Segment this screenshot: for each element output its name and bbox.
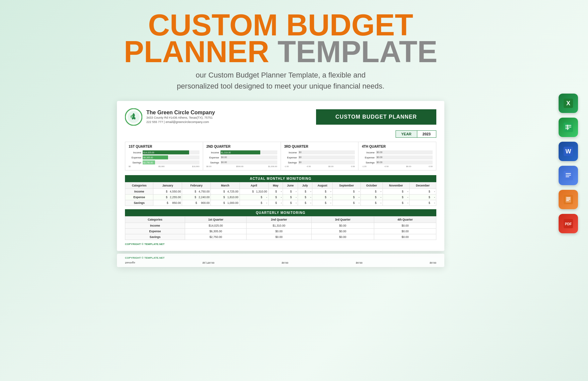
expense-nov: $ - xyxy=(383,195,410,200)
company-address: 3433 County Rd #1436 Athens, Texas(TX), … xyxy=(146,116,215,120)
q2-savings-label: Savings xyxy=(206,161,219,164)
pages-icon[interactable] xyxy=(559,190,578,209)
col-may: May xyxy=(268,182,283,189)
q2-savings-bar-container: $0.00 xyxy=(220,160,277,164)
table-row: Expense $6,305.00 $0.00 $0.00 $0.00 xyxy=(125,229,436,234)
q3-expense-row: Expense $0 xyxy=(284,155,355,159)
year-box: YEAR 2023 xyxy=(396,130,436,138)
q1-income-row: Income $14,025.00 xyxy=(129,150,199,154)
q3-savings-row: Savings $0 xyxy=(284,160,355,164)
col-january: January xyxy=(153,182,182,189)
table-row: Savings $ 850.00 $ 900.00 $ 1,000.00 $ -… xyxy=(125,200,436,206)
q2-income-bar: $1,319.00 xyxy=(220,150,260,154)
savings-jan: $ 850.00 xyxy=(153,200,182,206)
q2-expense-label: Expense xyxy=(206,156,219,159)
qcol-q4: 4th Quarter xyxy=(374,217,436,223)
pdf-icon[interactable]: PDF xyxy=(559,214,578,233)
document-card-2: COPYRIGHT © TEMPLATE.NET Savings $2,750.… xyxy=(117,254,444,267)
company-name: The Green Circle Company xyxy=(146,110,215,116)
qcol-q3: 3rd Quarter xyxy=(311,217,374,223)
savings-nov: $ - xyxy=(383,200,410,206)
savings-apr: $ - xyxy=(240,200,268,206)
expense-feb: $ 2,240.00 xyxy=(182,195,211,200)
q4-income-bar-container: $0.00 xyxy=(376,150,433,154)
q4-expense-label: Expense xyxy=(362,156,375,159)
monthly-header-row: Categories January February March April … xyxy=(125,182,436,189)
q1-savings-value: $2,750.00 xyxy=(143,161,153,164)
q3-expense-bar-container: $0 xyxy=(298,155,355,159)
q-savings-q2: $0.00 xyxy=(247,234,311,240)
word-icon[interactable]: W xyxy=(559,142,578,161)
q-income-label: Income xyxy=(125,223,185,229)
col-august: August xyxy=(312,182,332,189)
col-september: September xyxy=(332,182,360,189)
sheets-icon[interactable] xyxy=(559,118,578,137)
title-part3: TEMPLATE xyxy=(278,35,437,69)
q4-title: 4TH QUARTER xyxy=(362,145,433,148)
q-savings-q1: $2,750.00 xyxy=(185,234,247,240)
income-oct: $ - xyxy=(361,189,383,195)
q1-expense-row: Expense $6,305.00 xyxy=(129,155,199,159)
company-header: The Green Circle Company 3433 County Rd … xyxy=(125,108,436,126)
q1-expense-value: $6,305.00 xyxy=(143,156,153,159)
svg-rect-5 xyxy=(565,125,571,126)
quarterly-table: Categories 1st Quarter 2nd Quarter 3rd Q… xyxy=(125,216,436,240)
quarter-3-chart: 3RD QUARTER Income $0 Expense $0 Savings xyxy=(281,142,359,170)
q3-income-bar-container: $0 xyxy=(298,150,355,154)
title-block: CUSTOM BUDGET PLANNER TEMPLATE our Custo… xyxy=(124,10,437,92)
doc2-savings-q2: $0.00 xyxy=(282,261,288,264)
income-nov: $ - xyxy=(383,189,410,195)
svg-text:X: X xyxy=(566,100,570,107)
doc2-row: Savings $2,750.00 $0.00 $0.00 $0.00 xyxy=(125,261,436,264)
q2-income-bar-container: $1,319.00 xyxy=(220,150,277,154)
q3-savings-label: Savings xyxy=(284,161,297,164)
quarter-2-chart: 2ND QUARTER Income $1,319.00 Expense xyxy=(203,142,281,170)
title-line2: PLANNER TEMPLATE xyxy=(124,37,437,67)
q4-expense-bar-container: $0.00 xyxy=(376,155,433,159)
main-container: CUSTOM BUDGET PLANNER TEMPLATE our Custo… xyxy=(0,0,561,381)
expense-mar: $ 1,810.00 xyxy=(211,195,240,200)
title-part2: PLANNER xyxy=(124,35,269,69)
q-savings-q4: $0.00 xyxy=(374,234,436,240)
copyright: COPYRIGHT © TEMPLATE.NET xyxy=(125,243,436,246)
q3-savings-bar-container: $0 xyxy=(298,160,355,164)
q1-savings-bar: $2,750.00 xyxy=(143,160,155,164)
expense-may: $ - xyxy=(268,195,283,200)
svg-rect-6 xyxy=(565,127,571,127)
q2-expense-row: Expense $0.00 xyxy=(206,155,277,159)
expense-oct: $ - xyxy=(361,195,383,200)
qcol-q1: 1st Quarter xyxy=(185,217,247,223)
col-march: March xyxy=(211,182,240,189)
income-jan: $ 4,550.00 xyxy=(153,189,182,195)
qcol-categories: Categories xyxy=(125,217,185,223)
table-row: Income $ 4,550.00 $ 4,750.00 $ 4,725.00 … xyxy=(125,189,436,195)
svg-rect-18 xyxy=(566,199,570,200)
income-label: Income xyxy=(125,189,153,195)
income-dec: $ - xyxy=(410,189,436,195)
income-aug: $ - xyxy=(312,189,332,195)
q4-expense-row: Expense $0.00 xyxy=(362,155,433,159)
savings-label: Savings xyxy=(125,200,153,206)
q1-expense-bar-container: $6,305.00 xyxy=(143,155,199,159)
col-categories: Categories xyxy=(125,182,153,189)
income-feb: $ 4,750.00 xyxy=(182,189,211,195)
q1-axis: $0 $5,000 $10,000 xyxy=(129,165,199,167)
subtitle: our Custom Budget Planner Template, a fl… xyxy=(124,70,437,92)
q2-income-row: Income $1,319.00 xyxy=(206,150,277,154)
year-row: YEAR 2023 xyxy=(125,130,436,138)
q2-expense-bar-container: $0.00 xyxy=(220,155,277,159)
docs-icon[interactable] xyxy=(559,166,578,185)
q1-income-bar-container: $14,025.00 xyxy=(143,150,199,154)
income-jun: $ - xyxy=(283,189,298,195)
savings-dec: $ - xyxy=(410,200,436,206)
monthly-section-header: ACTUAL MONTHLY MONITORING xyxy=(125,175,436,182)
q1-income-bar: $14,025.00 xyxy=(143,150,189,154)
svg-rect-8 xyxy=(567,125,568,130)
excel-icon[interactable]: X xyxy=(559,94,578,113)
q2-axis: $0.00 $500.00 $1,000.00 xyxy=(206,165,277,167)
q3-axis: -1.00 -0.50 $0.00 0.50 xyxy=(284,165,355,167)
q-expense-q3: $0.00 xyxy=(311,229,374,234)
q-savings-label: Savings xyxy=(125,234,185,240)
svg-rect-19 xyxy=(566,200,569,201)
company-logo xyxy=(125,108,142,126)
